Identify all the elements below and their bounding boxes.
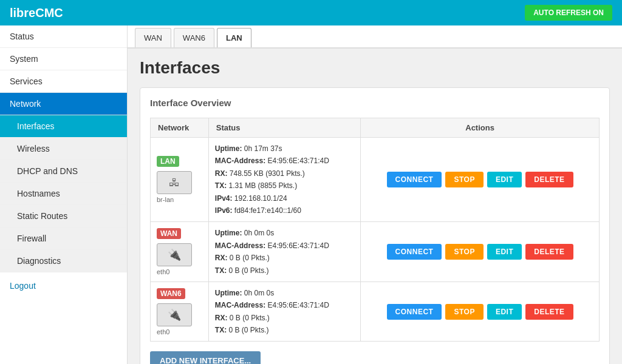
sidebar-item-firewall[interactable]: Firewall	[0, 228, 127, 250]
col-network: Network	[151, 118, 209, 138]
status-cell-wan6: Uptime: 0h 0m 0sMAC-Address: E4:95:6E:43…	[208, 281, 360, 342]
edit-button-wan6[interactable]: EDIT	[487, 304, 522, 320]
tab-lan[interactable]: LAN	[217, 28, 251, 47]
tab-wan6[interactable]: WAN6	[174, 28, 214, 47]
edit-button-lan[interactable]: EDIT	[487, 172, 522, 187]
header: libreCMC AUTO REFRESH ON	[0, 0, 622, 25]
main-content: WAN WAN6 LAN Interfaces Interface Overvi…	[128, 25, 622, 364]
sidebar-item-static-routes[interactable]: Static Routes	[0, 205, 127, 228]
action-buttons-wan: CONNECTSTOPEDITDELETE	[367, 244, 593, 260]
actions-cell-lan: CONNECTSTOPEDITDELETE	[361, 138, 600, 222]
sidebar-item-status[interactable]: Status	[0, 25, 127, 48]
table-row: LAN🖧br-lanUptime: 0h 17m 37sMAC-Address:…	[151, 138, 600, 222]
connect-button-lan[interactable]: CONNECT	[387, 172, 442, 187]
table-row: WAN6🔌eth0Uptime: 0h 0m 0sMAC-Address: E4…	[151, 281, 600, 342]
logo: libreCMC	[10, 6, 63, 20]
sidebar-item-dhcp-dns[interactable]: DHCP and DNS	[0, 160, 127, 183]
network-cell-wan6: WAN6🔌eth0	[151, 281, 209, 342]
delete-button-wan6[interactable]: DELETE	[525, 304, 573, 320]
col-status: Status	[208, 118, 360, 138]
sidebar-item-hostnames[interactable]: Hostnames	[0, 183, 127, 205]
status-cell-wan: Uptime: 0h 0m 0sMAC-Address: E4:95:6E:43…	[208, 222, 360, 282]
stop-button-wan6[interactable]: STOP	[445, 304, 483, 320]
interface-overview-card: Interface Overview Network Status Action…	[140, 87, 610, 364]
delete-button-wan[interactable]: DELETE	[525, 244, 573, 260]
sidebar-item-interfaces[interactable]: Interfaces	[0, 115, 127, 138]
auto-refresh-button[interactable]: AUTO REFRESH ON	[525, 5, 612, 21]
interface-icon-wan6: 🔌	[157, 303, 192, 326]
interface-icon-wan: 🔌	[157, 243, 192, 266]
table-row: WAN🔌eth0Uptime: 0h 0m 0sMAC-Address: E4:…	[151, 222, 600, 282]
interface-badge-lan: LAN	[157, 156, 179, 167]
interface-port-label-lan: br-lan	[157, 196, 202, 203]
action-buttons-lan: CONNECTSTOPEDITDELETE	[367, 172, 593, 187]
network-cell-lan: LAN🖧br-lan	[151, 138, 209, 222]
action-buttons-wan6: CONNECTSTOPEDITDELETE	[367, 304, 593, 320]
sidebar-item-system[interactable]: System	[0, 48, 127, 70]
status-text-wan: Uptime: 0h 0m 0sMAC-Address: E4:95:6E:43…	[215, 227, 354, 277]
tab-bar: WAN WAN6 LAN	[128, 25, 622, 49]
card-title: Interface Overview	[150, 98, 600, 108]
stop-button-lan[interactable]: STOP	[445, 172, 483, 187]
connect-button-wan6[interactable]: CONNECT	[387, 304, 442, 320]
sidebar-item-network[interactable]: Network	[0, 93, 127, 115]
body-layout: Status System Services Network Interface…	[0, 25, 622, 364]
delete-button-lan[interactable]: DELETE	[525, 172, 573, 187]
sidebar-item-diagnostics[interactable]: Diagnostics	[0, 250, 127, 272]
page-content: Interfaces Interface Overview Network St…	[128, 49, 622, 364]
interface-badge-wan6: WAN6	[157, 288, 185, 299]
tab-wan[interactable]: WAN	[135, 28, 171, 47]
status-cell-lan: Uptime: 0h 17m 37sMAC-Address: E4:95:6E:…	[208, 138, 360, 222]
interface-icon-lan: 🖧	[157, 171, 192, 194]
connect-button-wan[interactable]: CONNECT	[387, 244, 442, 260]
page-title: Interfaces	[140, 58, 610, 78]
stop-button-wan[interactable]: STOP	[445, 244, 483, 260]
interface-port-label-wan6: eth0	[157, 328, 202, 335]
interfaces-table: Network Status Actions LAN🖧br-lanUptime:…	[150, 118, 600, 342]
actions-cell-wan: CONNECTSTOPEDITDELETE	[361, 222, 600, 282]
interface-badge-wan: WAN	[157, 228, 181, 239]
logout-link[interactable]: Logout	[0, 275, 127, 297]
sidebar-item-wireless[interactable]: Wireless	[0, 138, 127, 160]
status-text-wan6: Uptime: 0h 0m 0sMAC-Address: E4:95:6E:43…	[215, 287, 354, 337]
col-actions: Actions	[361, 118, 600, 138]
actions-cell-wan6: CONNECTSTOPEDITDELETE	[361, 281, 600, 342]
network-cell-wan: WAN🔌eth0	[151, 222, 209, 282]
status-text-lan: Uptime: 0h 17m 37sMAC-Address: E4:95:6E:…	[215, 143, 354, 217]
sidebar: Status System Services Network Interface…	[0, 25, 128, 364]
add-interface-button[interactable]: ADD NEW INTERFACE...	[150, 351, 261, 364]
edit-button-wan[interactable]: EDIT	[487, 244, 522, 260]
sidebar-item-services[interactable]: Services	[0, 70, 127, 93]
interface-port-label-wan: eth0	[157, 268, 202, 275]
